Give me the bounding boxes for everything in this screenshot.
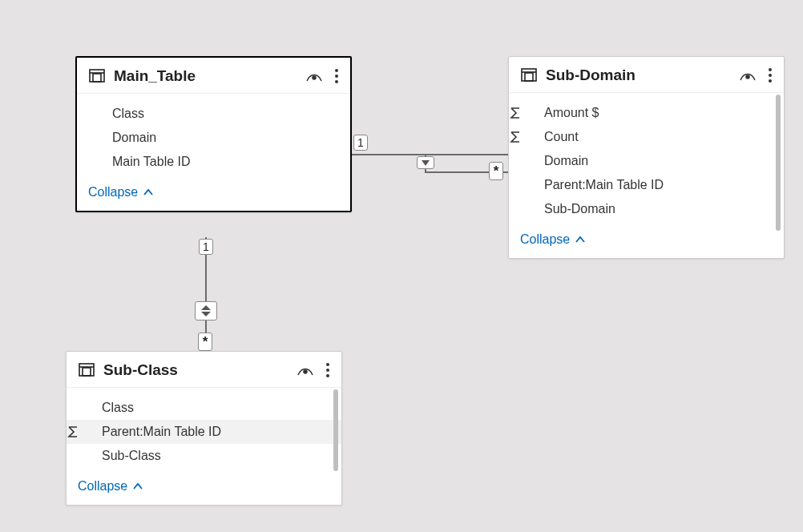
svg-point-21 — [326, 363, 329, 366]
visibility-icon[interactable] — [305, 70, 323, 83]
table-title: Sub-Domain — [546, 66, 731, 84]
table-header[interactable]: Sub-Class — [67, 352, 341, 388]
field-item[interactable]: Count — [509, 125, 784, 149]
field-item[interactable]: Main Table ID — [77, 150, 350, 174]
table-main[interactable]: Main_Table Class — [75, 56, 352, 212]
scrollbar[interactable] — [776, 95, 781, 231]
field-item[interactable]: Class — [67, 396, 341, 420]
scrollbar[interactable] — [333, 389, 338, 471]
field-item[interactable]: Amount $ — [509, 101, 784, 125]
relation-direction-icon[interactable] — [417, 156, 434, 169]
visibility-icon[interactable] — [297, 364, 314, 377]
svg-marker-1 — [201, 305, 211, 310]
field-item[interactable]: Parent:Main Table ID — [67, 420, 341, 444]
cardinality-badge-from: 1 — [353, 135, 368, 151]
collapse-button[interactable]: Collapse — [509, 224, 784, 258]
svg-rect-17 — [79, 364, 94, 376]
cardinality-badge-to: * — [489, 162, 503, 180]
field-item[interactable]: Domain — [509, 149, 784, 173]
svg-point-22 — [326, 369, 329, 372]
relation-direction-icon[interactable] — [195, 301, 217, 320]
svg-point-23 — [326, 374, 329, 377]
svg-point-9 — [335, 80, 338, 83]
collapse-button[interactable]: Collapse — [77, 177, 350, 211]
svg-point-15 — [769, 74, 772, 77]
chevron-up-icon — [143, 188, 154, 196]
table-header[interactable]: Sub-Domain — [509, 57, 784, 93]
svg-marker-2 — [201, 312, 211, 316]
table-icon — [88, 67, 106, 85]
field-item[interactable]: Class — [77, 102, 350, 126]
cardinality-badge-from: 1 — [199, 239, 213, 255]
svg-marker-0 — [422, 160, 430, 166]
svg-point-13 — [746, 75, 749, 79]
svg-point-14 — [769, 68, 772, 71]
field-item[interactable]: Sub-Class — [67, 444, 341, 468]
svg-point-7 — [335, 69, 338, 72]
field-item[interactable]: Sub-Domain — [509, 197, 784, 221]
svg-point-16 — [769, 79, 772, 83]
field-list: Class Parent:Main Table ID Sub-Class — [67, 388, 341, 471]
field-item[interactable]: Parent:Main Table ID — [509, 173, 784, 197]
sigma-icon — [509, 131, 544, 143]
svg-point-6 — [313, 76, 316, 79]
cardinality-badge-to: * — [198, 332, 212, 351]
field-item[interactable]: Domain — [77, 126, 350, 150]
collapse-button[interactable]: Collapse — [67, 471, 341, 505]
sigma-icon — [509, 107, 544, 119]
chevron-up-icon — [575, 236, 586, 244]
svg-rect-18 — [83, 368, 91, 376]
table-icon — [78, 361, 95, 379]
svg-rect-10 — [522, 69, 536, 81]
svg-rect-3 — [90, 70, 104, 82]
sigma-icon — [67, 425, 102, 438]
more-options-icon[interactable] — [334, 68, 339, 84]
more-options-icon[interactable] — [768, 67, 773, 83]
table-subdomain[interactable]: Sub-Domain Amount $ — [508, 56, 785, 259]
table-subclass[interactable]: Sub-Class Class — [66, 351, 342, 506]
table-title: Main_Table — [114, 67, 297, 85]
table-header[interactable]: Main_Table — [77, 58, 350, 94]
field-list: Amount $ Count Domain Parent:Main Table … — [509, 93, 784, 224]
svg-point-8 — [335, 75, 338, 78]
relation-line — [352, 154, 508, 155]
more-options-icon[interactable] — [325, 362, 330, 378]
table-title: Sub-Class — [103, 361, 289, 379]
svg-point-20 — [304, 370, 307, 373]
visibility-icon[interactable] — [739, 69, 757, 82]
diagram-canvas[interactable]: 1 * 1 * Main_Table — [0, 0, 803, 532]
chevron-up-icon — [132, 482, 143, 490]
svg-rect-11 — [525, 73, 533, 81]
table-icon — [520, 66, 538, 84]
svg-rect-4 — [93, 74, 101, 82]
field-list: Class Domain Main Table ID — [77, 94, 350, 177]
